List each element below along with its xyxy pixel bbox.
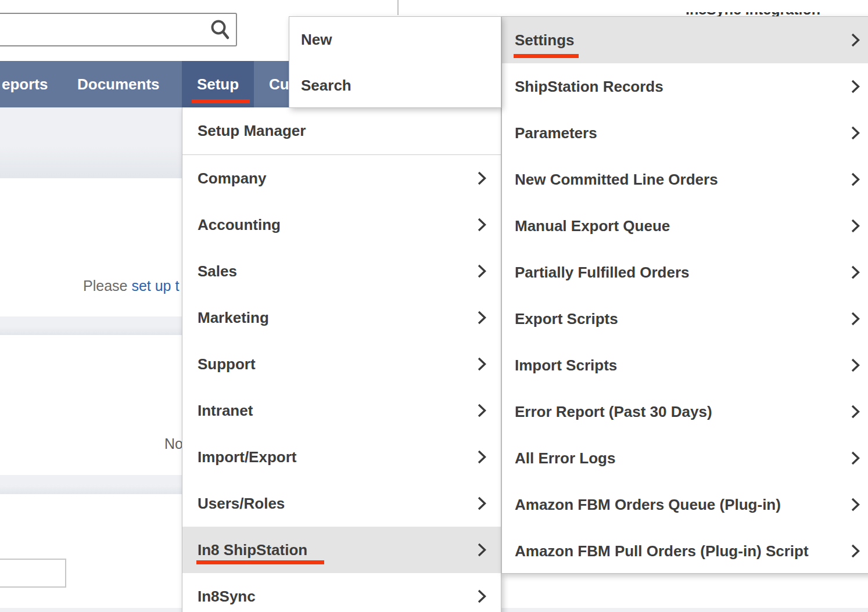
setup-notice: Please set up t xyxy=(83,278,179,294)
menu-item-label: Manual Export Queue xyxy=(515,217,670,235)
chevron-right-icon xyxy=(851,265,860,280)
menu-item-label: Setup Manager xyxy=(198,122,306,140)
menu-item-setup-manager[interactable]: Setup Manager xyxy=(182,107,501,155)
no-records-text-partial: No xyxy=(164,435,183,452)
hover-underline xyxy=(196,560,324,564)
chevron-right-icon xyxy=(477,264,487,279)
header-divider xyxy=(397,0,399,15)
menu-item-label: Search xyxy=(301,77,351,95)
menu-item-import-export[interactable]: Import/Export xyxy=(182,434,501,480)
menu-item-company[interactable]: Company xyxy=(182,155,501,201)
menu-item-label: Partially Fulfilled Orders xyxy=(515,264,690,282)
menu-item-amazon-fbm-pull-orders-script[interactable]: Amazon FBM Pull Orders (Plug-in) Script xyxy=(502,528,868,574)
set-up-link[interactable]: set up t xyxy=(131,278,179,294)
chevron-right-icon xyxy=(477,357,487,372)
menu-item-label: Export Scripts xyxy=(515,310,618,328)
menu-item-label: All Error Logs xyxy=(515,449,615,467)
chevron-right-icon xyxy=(477,450,487,465)
menu-item-accounting[interactable]: Accounting xyxy=(182,201,501,248)
menu-item-shipstation-records[interactable]: ShipStation Records xyxy=(502,63,868,110)
nav-tab-setup-label: Setup xyxy=(197,75,239,93)
menu-item-users-roles[interactable]: Users/Roles xyxy=(182,480,501,527)
chevron-right-icon xyxy=(851,80,860,94)
chevron-right-icon xyxy=(477,311,487,325)
chevron-right-icon xyxy=(851,33,860,48)
menu-item-search[interactable]: Search xyxy=(289,63,501,109)
global-search-box xyxy=(0,13,237,46)
chevron-right-icon xyxy=(477,171,487,186)
chevron-right-icon xyxy=(477,218,487,232)
nav-tab-documents[interactable]: Documents xyxy=(77,61,160,107)
nav-tab-reports[interactable]: eports xyxy=(2,61,48,107)
chevron-right-icon xyxy=(851,451,860,466)
menu-item-marketing[interactable]: Marketing xyxy=(182,294,501,341)
active-tab-underline xyxy=(192,99,250,103)
chevron-right-icon xyxy=(851,312,860,326)
chevron-right-icon xyxy=(477,496,487,511)
menu-item-label: Support xyxy=(198,355,256,373)
menu-item-label: Settings xyxy=(515,31,575,49)
menu-item-sales[interactable]: Sales xyxy=(182,248,501,294)
menu-item-label: Accounting xyxy=(198,216,281,234)
action-menu: New Search xyxy=(289,16,501,108)
menu-item-label: Parameters xyxy=(515,124,597,142)
menu-item-label: Import Scripts xyxy=(515,357,617,375)
menu-item-label: In8 ShipStation xyxy=(198,541,307,559)
menu-item-intranet[interactable]: Intranet xyxy=(182,387,501,434)
menu-item-partially-fulfilled-orders[interactable]: Partially Fulfilled Orders xyxy=(502,249,868,296)
nav-tab-customers[interactable]: Cu xyxy=(269,61,289,107)
menu-item-manual-export-queue[interactable]: Manual Export Queue xyxy=(502,203,868,249)
menu-item-label: Sales xyxy=(198,262,237,280)
chevron-right-icon xyxy=(477,543,487,557)
menu-item-label: New xyxy=(301,31,332,49)
menu-item-error-report[interactable]: Error Report (Past 30 Days) xyxy=(502,388,868,435)
menu-item-new[interactable]: New xyxy=(289,17,501,63)
chevron-right-icon xyxy=(851,219,860,233)
setup-dropdown-menu: Setup Manager Company Accounting Sales M… xyxy=(182,107,501,612)
chevron-right-icon xyxy=(851,498,860,512)
chevron-right-icon xyxy=(851,544,860,559)
menu-item-settings[interactable]: Settings xyxy=(502,17,868,63)
bottom-left-field[interactable] xyxy=(0,559,66,588)
chevron-right-icon xyxy=(477,589,487,604)
menu-item-parameters[interactable]: Parameters xyxy=(502,110,868,156)
menu-item-label: ShipStation Records xyxy=(515,78,663,96)
menu-item-amazon-fbm-orders-queue[interactable]: Amazon FBM Orders Queue (Plug-in) xyxy=(502,481,868,528)
chevron-right-icon xyxy=(477,404,487,418)
chevron-right-icon xyxy=(851,172,860,187)
menu-item-label: In8Sync xyxy=(198,588,256,606)
menu-item-label: Marketing xyxy=(198,309,269,327)
chevron-right-icon xyxy=(851,126,860,141)
menu-item-label: Amazon FBM Orders Queue (Plug-in) xyxy=(515,496,781,514)
menu-item-in8-shipstation[interactable]: In8 ShipStation xyxy=(182,527,501,573)
menu-item-all-error-logs[interactable]: All Error Logs xyxy=(502,435,868,481)
hover-underline xyxy=(514,54,579,58)
page-title-partial: In8Sync Integration xyxy=(686,12,860,16)
search-icon[interactable] xyxy=(208,17,231,42)
menu-item-label: New Committed Line Orders xyxy=(515,171,718,189)
notice-text: Please xyxy=(83,278,131,294)
nav-tab-setup[interactable]: Setup xyxy=(182,61,254,107)
menu-item-label: Users/Roles xyxy=(198,495,285,513)
search-input[interactable] xyxy=(0,14,208,45)
menu-item-label: Intranet xyxy=(198,402,253,420)
menu-item-label: Import/Export xyxy=(198,448,296,466)
menu-item-import-scripts[interactable]: Import Scripts xyxy=(502,342,868,388)
menu-item-export-scripts[interactable]: Export Scripts xyxy=(502,296,868,342)
chevron-right-icon xyxy=(851,358,860,373)
menu-item-new-committed-line-orders[interactable]: New Committed Line Orders xyxy=(502,156,868,203)
menu-item-in8sync[interactable]: In8Sync xyxy=(182,573,501,612)
menu-item-support[interactable]: Support xyxy=(182,341,501,387)
menu-item-label: Error Report (Past 30 Days) xyxy=(515,403,712,421)
shipstation-submenu: Settings ShipStation Records Parameters … xyxy=(501,16,868,574)
menu-item-label: Company xyxy=(198,170,266,188)
menu-item-label: Amazon FBM Pull Orders (Plug-in) Script xyxy=(515,542,809,560)
chevron-right-icon xyxy=(851,405,860,419)
